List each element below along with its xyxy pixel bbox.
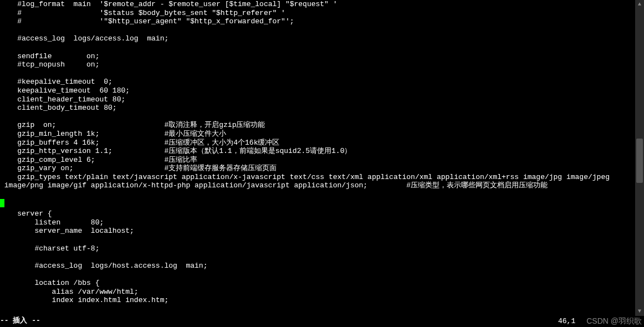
code-line: #access_log logs/host.access.log main;: [0, 262, 644, 270]
code-line: #charset utf-8;: [0, 244, 644, 253]
code-line: [0, 113, 644, 121]
code-line: [0, 199, 644, 210]
code-line: [0, 69, 644, 78]
code-line: [0, 270, 644, 279]
code-line: server_name localhost;: [0, 227, 644, 236]
code-line: gzip_http_version 1.1; #压缩版本（默认1.1，前端如果是…: [0, 147, 644, 156]
code-line: gzip_buffers 4 16k; #压缩缓冲区，大小为4个16k缓冲区: [0, 139, 644, 147]
text-cursor: [0, 199, 4, 207]
vim-mode-indicator: -- 插入 --: [0, 316, 40, 326]
vertical-scrollbar[interactable]: ▲ ▼: [635, 0, 644, 316]
code-line: [0, 253, 644, 262]
code-line: image/png image/gif application/x-httpd-…: [0, 181, 644, 190]
code-line: location /bbs {: [0, 279, 644, 288]
scroll-up-arrow[interactable]: ▲: [635, 0, 644, 9]
code-line: [0, 236, 644, 244]
code-line: listen 80;: [0, 218, 644, 227]
code-line: index index.html index.htm;: [0, 296, 644, 305]
code-line: # '"$http_user_agent" "$http_x_forwarded…: [0, 17, 644, 26]
code-line: gzip_types text/plain text/javascript ap…: [0, 173, 644, 182]
watermark-text: CSDN @羽织歌: [586, 316, 642, 326]
terminal-window: #log_format main '$remote_addr - $remote…: [0, 0, 644, 327]
code-line: client_header_timeout 80;: [0, 95, 644, 104]
code-line: # '$status $body_bytes_sent "$http_refer…: [0, 9, 644, 18]
code-line: gzip_comp_level 6; #压缩比率: [0, 156, 644, 165]
code-line: [0, 190, 644, 199]
editor-content[interactable]: #log_format main '$remote_addr - $remote…: [0, 0, 644, 305]
scrollbar-thumb[interactable]: [636, 139, 643, 183]
cursor-position: 46,1: [558, 317, 575, 326]
code-line: #log_format main '$remote_addr - $remote…: [0, 0, 644, 9]
vim-status-bar: -- 插入 -- 46,1 CSDN @羽织歌: [0, 316, 644, 327]
code-line: [0, 43, 644, 52]
code-line: #tcp_nopush on;: [0, 60, 644, 69]
code-line: #access_log logs/access.log main;: [0, 34, 644, 43]
code-line: #keepalive_timeout 0;: [0, 78, 644, 86]
code-line: keepalive_timeout 60 180;: [0, 86, 644, 95]
code-line: sendfile on;: [0, 52, 644, 61]
code-line: gzip on; #取消注释，开启gzip压缩功能: [0, 121, 644, 130]
code-line: gzip_min_length 1k; #最小压缩文件大小: [0, 130, 644, 139]
code-line: gzip_vary on; #支持前端缓存服务器存储压缩页面: [0, 164, 644, 173]
code-line: [0, 26, 644, 35]
scroll-down-arrow[interactable]: ▼: [635, 307, 644, 316]
code-line: client_body_timeout 80;: [0, 104, 644, 113]
code-line: server {: [0, 210, 644, 218]
code-line: alias /var/www/html;: [0, 288, 644, 297]
